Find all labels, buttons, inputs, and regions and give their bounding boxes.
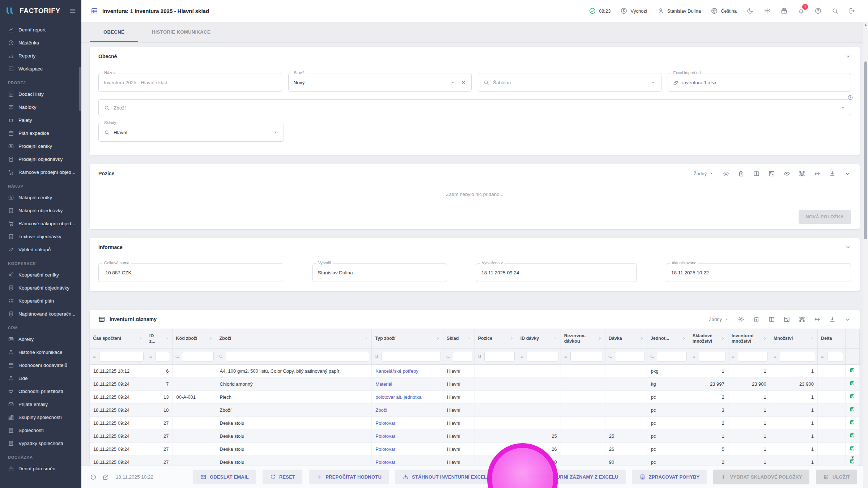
sum-icon[interactable]: Σ — [599, 336, 602, 341]
save-row-icon[interactable] — [849, 367, 855, 373]
sklady-select[interactable]: Sklady Hlavní — [98, 123, 284, 142]
item-type-link[interactable]: Materiál — [375, 381, 392, 387]
sidebar-item[interactable]: Nákupní ceníky — [0, 191, 81, 204]
sidebar-item[interactable]: Prodejní ceníky — [0, 140, 81, 153]
sidebar-item[interactable]: Nabídky — [0, 100, 81, 114]
sidebar-item[interactable]: Palety — [0, 114, 81, 127]
layout-icon[interactable] — [783, 316, 790, 323]
gear-icon[interactable] — [738, 316, 745, 323]
sum-icon[interactable]: Σ — [209, 336, 212, 341]
item-type-link[interactable]: Polotovar — [375, 433, 395, 439]
stav-select[interactable]: Stav * Nový — [288, 73, 472, 92]
column-header-inventurni[interactable]: Inventurní množstvíΣ — [728, 329, 770, 348]
sidebar-item[interactable]: Plán expedice — [0, 127, 81, 140]
sidebar-item[interactable]: Reporty — [0, 49, 81, 62]
table-row[interactable]: 18.11.2025 09:2427Deska stoluPolotovarHl… — [90, 429, 860, 442]
filter-input-rez[interactable] — [570, 352, 603, 361]
sum-icon[interactable]: Σ — [365, 336, 368, 341]
filter-input-skladove[interactable] — [699, 352, 726, 361]
filter-input-typ[interactable] — [381, 352, 441, 361]
sidebar-item[interactable]: Rámcové nákupní objed... — [0, 217, 81, 230]
sidebar-item[interactable]: Denní report — [0, 23, 81, 36]
download-icon[interactable] — [829, 170, 836, 177]
item-type-link[interactable]: Polotovar — [375, 459, 395, 465]
filter-input-jednotka[interactable] — [657, 352, 687, 361]
group-by-select[interactable]: Žádný — [709, 317, 729, 322]
column-header-skladove[interactable]: Skladové množstvíΣ — [689, 329, 728, 348]
gear-icon[interactable] — [723, 170, 729, 177]
column-header-zbozi[interactable]: ZbožíΣ — [216, 329, 372, 348]
chevron-down-icon[interactable] — [844, 244, 851, 251]
sum-icon[interactable]: Σ — [437, 336, 440, 341]
topbar-status-item[interactable] — [831, 7, 839, 14]
sum-icon[interactable]: Σ — [511, 336, 514, 341]
bottom-action-button[interactable]: ULOŽIT — [816, 470, 857, 484]
external-link-icon[interactable] — [102, 474, 109, 481]
column-header-typ[interactable]: Typ zbožíΣ — [372, 329, 443, 348]
swap-horizontal-icon[interactable] — [814, 170, 821, 177]
eye-icon[interactable] — [783, 170, 790, 177]
sum-icon[interactable]: Σ — [722, 336, 725, 341]
table-row[interactable]: 18.11.2025 09:2427Deska stoluPolotovarHl… — [90, 455, 860, 466]
nova-polozka-button[interactable]: NOVÁ POLOŽKA — [799, 210, 851, 224]
caret-down-icon[interactable] — [273, 129, 278, 135]
sidebar-item[interactable]: Společnosti — [0, 424, 81, 437]
download-icon[interactable] — [829, 316, 836, 323]
filter-input-inventurni[interactable] — [738, 352, 768, 361]
table-row[interactable]: 18.11.2025 09:2427Deska stoluPolotovarHl… — [90, 442, 860, 455]
bottom-action-button[interactable]: ZPRACOVAT POHYBY — [632, 470, 707, 484]
sidebar-item[interactable]: Kooperační ceníky — [0, 268, 81, 281]
sablona-select[interactable]: Šablona — [478, 73, 661, 92]
nazev-field[interactable]: Název Inventura 2025 - Hlavní sklad — [98, 73, 282, 92]
sidebar-item[interactable]: Dodací listy — [0, 87, 81, 100]
filter-input-id_davky[interactable] — [527, 352, 558, 361]
table-row[interactable]: 18.11.2025 09:2427Deska stoluPolotovarHl… — [90, 416, 860, 429]
sidebar-item[interactable]: Obchodní příležitosti — [0, 385, 81, 398]
save-row-icon[interactable] — [849, 393, 855, 399]
page-scrollbar-thumb[interactable] — [864, 61, 867, 239]
history-icon[interactable] — [90, 474, 97, 481]
excel-import-field[interactable]: Excel import url inventura-1.xlsx — [668, 73, 851, 92]
save-row-icon[interactable] — [849, 380, 855, 386]
topbar-status-item[interactable]: 1 — [797, 7, 805, 14]
split-columns-icon[interactable] — [753, 170, 760, 177]
sidebar-item[interactable]: Skupiny společností — [0, 411, 81, 424]
transform-icon[interactable] — [799, 170, 805, 177]
scroll-down-arrow-icon[interactable]: ▼ — [851, 455, 855, 459]
group-by-select[interactable]: Žádný — [694, 171, 714, 176]
topbar-status-item[interactable]: 08:23 — [589, 7, 611, 14]
sidebar-item[interactable]: Hodnocení dodavatelů — [0, 359, 81, 372]
swap-horizontal-icon[interactable] — [814, 316, 821, 323]
sidebar-item[interactable]: Výhled nákupů — [0, 243, 81, 256]
column-header-save[interactable] — [845, 329, 859, 348]
filter-input-cas[interactable] — [99, 352, 144, 361]
chevron-down-icon[interactable] — [844, 170, 851, 177]
clear-icon[interactable] — [461, 80, 466, 85]
filter-input-zbozi[interactable] — [226, 352, 370, 361]
sidebar-item[interactable]: Lidé — [0, 372, 81, 385]
filter-input-pozice[interactable] — [484, 352, 515, 361]
sidebar-item[interactable]: Naplánované kooperačn... — [0, 307, 81, 320]
caret-down-icon[interactable] — [450, 80, 456, 85]
column-header-mnozstvi[interactable]: MnožstvíΣ — [770, 329, 817, 348]
trash-restore-icon[interactable] — [753, 316, 760, 323]
sidebar-item[interactable]: Textové objednávky — [0, 230, 81, 243]
topbar-status-item[interactable] — [814, 7, 822, 14]
column-header-cas[interactable]: Čas spočteníΣ — [90, 329, 146, 348]
topbar-status-item[interactable] — [746, 7, 754, 14]
column-header-delta[interactable]: Delta — [817, 329, 845, 348]
sum-icon[interactable]: Σ — [468, 336, 471, 341]
filter-input-mnozstvi[interactable] — [780, 352, 815, 361]
topbar-status-item[interactable]: Stanislav Dulina — [657, 7, 701, 14]
sum-icon[interactable]: Σ — [641, 336, 644, 341]
sum-icon[interactable]: Σ — [166, 336, 169, 341]
tab[interactable]: OBECNÉ — [90, 22, 138, 42]
transform-icon[interactable] — [799, 316, 805, 323]
table-row[interactable]: 18.11.2025 09:241300-A-001Plechpolotovar… — [90, 390, 860, 403]
scroll-up-arrow-icon[interactable]: ▲ — [863, 23, 868, 26]
column-header-id_davky[interactable]: ID dávkyΣ — [517, 329, 561, 348]
excel-file-link[interactable]: inventura-1.xlsx — [682, 80, 717, 85]
column-header-sklad[interactable]: SkladΣ — [443, 329, 475, 348]
split-columns-icon[interactable] — [768, 316, 775, 323]
bottom-action-button[interactable]: VYBRAT SKLADOVÉ POLOŽKY — [713, 470, 809, 484]
